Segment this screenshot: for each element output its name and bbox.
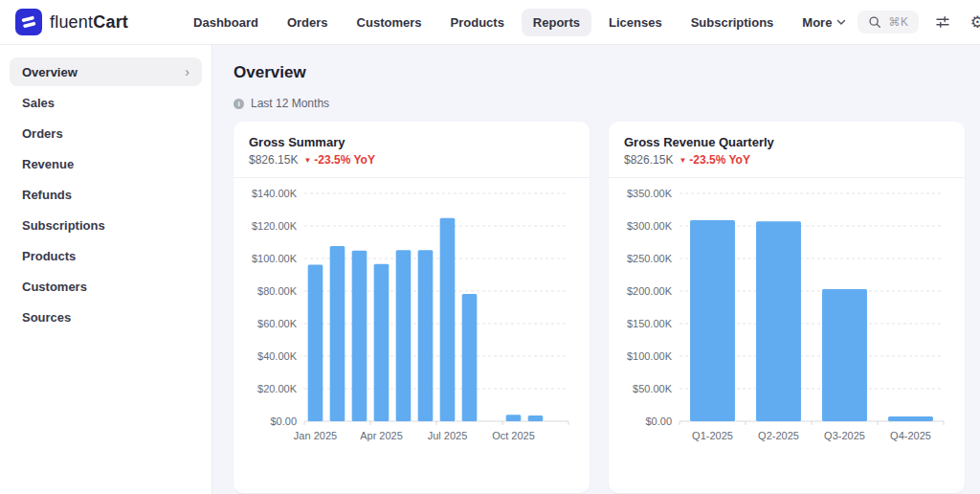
y-axis-tick-label: $80.00K: [257, 285, 298, 297]
x-axis-tick-label: Jan 2025: [294, 430, 337, 441]
bar-Jul 2025[interactable]: [440, 218, 456, 421]
nav-item-reports[interactable]: Reports: [522, 9, 591, 36]
total-value: $826.15K: [249, 153, 298, 167]
sidebar-item-label: Overview: [22, 65, 78, 79]
delta-label: -23.5% YoY: [314, 153, 375, 167]
chart-card: Gross Revenue Quarterly$826.15K▼-23.5% Y…: [609, 122, 965, 493]
nav-item-products[interactable]: Products: [439, 9, 516, 36]
bar-Q1-2025[interactable]: [690, 220, 735, 421]
chart-card-summary: $826.15K▼-23.5% YoY: [249, 153, 574, 167]
y-axis-tick-label: $40.00K: [257, 350, 298, 362]
nav-item-dashboard[interactable]: Dashboard: [182, 9, 270, 36]
info-icon: i: [234, 99, 244, 109]
card-divider: [609, 177, 965, 178]
sidebar-item-revenue[interactable]: Revenue: [10, 149, 202, 178]
sidebar-item-sources[interactable]: Sources: [10, 303, 202, 331]
chart-card-title: Gross Summary: [249, 135, 574, 149]
brand-name: fluentCart: [50, 12, 128, 33]
total-value: $826.15K: [624, 153, 673, 167]
bar-Aug 2025[interactable]: [462, 294, 478, 421]
y-axis-tick-label: $0.00: [270, 415, 297, 427]
trend-down-icon: ▼: [679, 156, 686, 165]
y-axis-tick-label: $20.00K: [257, 383, 298, 394]
bar-Jan 2025[interactable]: [308, 264, 323, 421]
y-axis-tick-label: $120.00K: [252, 220, 298, 232]
sidebar-item-products[interactable]: Products: [10, 241, 202, 270]
x-axis-tick-label: Apr 2025: [360, 430, 403, 441]
nav-item-label: Reports: [533, 15, 580, 30]
y-axis-tick-label: $200.00K: [627, 285, 673, 297]
settings-gear-button[interactable]: ⚙: [967, 11, 980, 33]
nav-item-label: Dashboard: [193, 15, 258, 30]
bar-Feb 2025[interactable]: [330, 246, 345, 421]
card-divider: [234, 177, 590, 178]
chevron-down-icon: [836, 19, 846, 26]
bar-Q2-2025[interactable]: [756, 221, 801, 421]
nav-item-subscriptions[interactable]: Subscriptions: [679, 9, 786, 36]
bar-Nov 2025[interactable]: [528, 415, 544, 421]
chart-cards-row: Gross Summary$826.15K▼-23.5% YoY$140.00K…: [234, 122, 964, 493]
bar-Mar 2025[interactable]: [352, 251, 368, 421]
bar-Oct 2025[interactable]: [506, 415, 522, 421]
nav-item-licenses[interactable]: Licenses: [597, 9, 674, 36]
sidebar-item-label: Subscriptions: [22, 218, 105, 233]
nav-item-label: Products: [451, 15, 504, 30]
nav-item-label: Licenses: [609, 15, 662, 30]
search-shortcut: ⌘K: [888, 15, 908, 29]
nav-item-customers[interactable]: Customers: [345, 9, 434, 36]
y-axis-tick-label: $100.00K: [252, 253, 298, 264]
sidebar-item-label: Customers: [22, 280, 87, 294]
x-axis-tick-label: Q2-2025: [758, 430, 799, 441]
sidebar-item-orders[interactable]: Orders: [10, 119, 202, 147]
nav-item-more[interactable]: More: [791, 9, 858, 36]
x-axis-tick-label: Q4-2025: [890, 430, 931, 441]
filter-sliders-button[interactable]: [932, 11, 953, 33]
nav-item-orders[interactable]: Orders: [276, 9, 340, 36]
y-axis-tick-label: $140.00K: [252, 188, 298, 199]
bar-chart: $140.00K$120.00K$100.00K$80.00K$60.00K$4…: [249, 184, 574, 446]
x-axis-tick-label: Q1-2025: [692, 430, 733, 441]
chart-card: Gross Summary$826.15K▼-23.5% YoY$140.00K…: [234, 122, 590, 493]
x-axis-tick-label: Q3-2025: [824, 430, 865, 441]
search-button[interactable]: ⌘K: [858, 11, 919, 34]
y-axis-tick-label: $150.00K: [627, 318, 673, 329]
nav-item-label: Customers: [357, 15, 422, 30]
y-axis-tick-label: $0.00: [645, 415, 672, 427]
bar-May 2025[interactable]: [396, 250, 412, 421]
sidebar-item-subscriptions[interactable]: Subscriptions: [10, 211, 202, 239]
navbar-actions: ⌘K ⚙: [858, 11, 980, 34]
y-axis-tick-label: $100.00K: [627, 350, 673, 362]
nav-item-label: More: [802, 15, 832, 30]
yoy-delta: ▼-23.5% YoY: [679, 153, 750, 167]
trend-down-icon: ▼: [303, 156, 311, 165]
nav-item-label: Subscriptions: [691, 15, 774, 30]
period-filter[interactable]: i Last 12 Months: [234, 97, 964, 110]
sidebar-item-label: Revenue: [22, 157, 74, 171]
main-content: Overview i Last 12 Months Gross Summary$…: [212, 45, 980, 494]
gear-icon: ⚙: [970, 14, 980, 31]
sidebar-item-refunds[interactable]: Refunds: [10, 180, 202, 209]
bar-chart: $350.00K$300.00K$250.00K$200.00K$150.00K…: [624, 184, 949, 446]
y-axis-tick-label: $300.00K: [627, 220, 673, 232]
bar-Jun 2025[interactable]: [418, 250, 434, 421]
main-nav: DashboardOrdersCustomersProductsReportsL…: [182, 9, 858, 36]
x-axis-tick-label: Oct 2025: [492, 430, 535, 441]
yoy-delta: ▼-23.5% YoY: [303, 153, 375, 167]
bar-Q3-2025[interactable]: [822, 289, 867, 421]
bar-Apr 2025[interactable]: [374, 264, 390, 421]
sidebar-item-label: Sales: [22, 96, 55, 110]
period-label: Last 12 Months: [251, 97, 329, 110]
y-axis-tick-label: $60.00K: [257, 318, 298, 329]
sidebar-item-sales[interactable]: Sales: [10, 88, 202, 117]
x-axis-tick-label: Jul 2025: [428, 430, 468, 441]
sliders-icon: [935, 14, 950, 30]
sidebar-item-overview[interactable]: Overview›: [10, 57, 202, 86]
y-axis-tick-label: $350.00K: [627, 188, 673, 199]
y-axis-tick-label: $50.00K: [633, 383, 673, 394]
page-title: Overview: [234, 63, 964, 82]
sidebar-item-label: Sources: [22, 310, 71, 325]
sidebar-item-customers[interactable]: Customers: [10, 272, 202, 301]
bar-Q4-2025[interactable]: [888, 416, 933, 421]
brand[interactable]: fluentCart: [15, 9, 128, 35]
delta-label: -23.5% YoY: [689, 153, 750, 167]
